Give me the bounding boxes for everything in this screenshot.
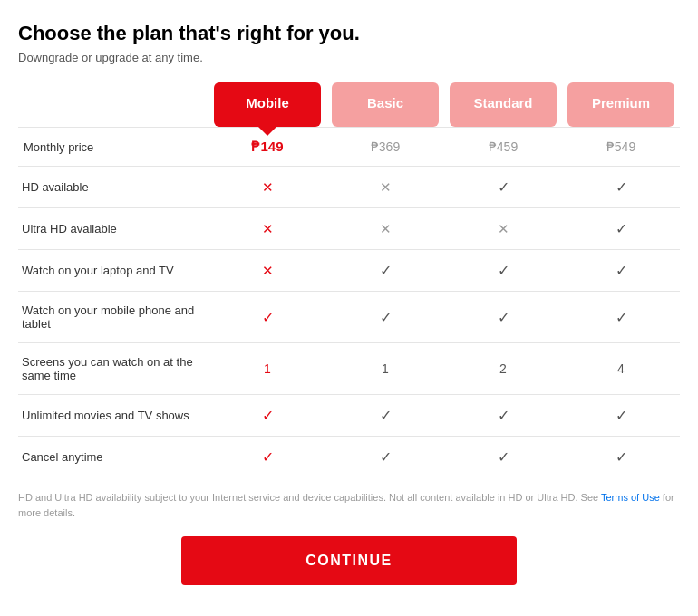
terms-of-use-link[interactable]: Terms of Use (601, 492, 660, 503)
row-1-col-2: ✓ (444, 167, 562, 208)
row-label-5: Screens you can watch on at the same tim… (18, 343, 208, 395)
plan-header-standard[interactable]: Standard (444, 82, 562, 128)
row-3-col-2: ✓ (444, 250, 562, 292)
row-3-col-1: ✓ (326, 250, 444, 292)
row-5-col-2: 2 (444, 343, 562, 395)
row-1-col-1: ✕ (326, 167, 444, 208)
row-0-col-3: ₱549 (562, 128, 680, 167)
row-label-7: Cancel anytime (18, 437, 208, 478)
plan-card-mobile[interactable]: Mobile (214, 82, 321, 127)
row-label-6: Unlimited movies and TV shows (18, 395, 208, 437)
continue-button[interactable]: CONTINUE (181, 536, 517, 585)
footnote: HD and Ultra HD availability subject to … (18, 490, 680, 520)
row-2-col-2: ✕ (444, 208, 562, 250)
row-2-col-3: ✓ (562, 208, 680, 250)
row-7-col-1: ✓ (326, 437, 444, 478)
row-0-col-2: ₱459 (444, 128, 562, 167)
row-7-col-0: ✓ (208, 437, 326, 478)
plan-card-premium[interactable]: Premium (567, 82, 674, 127)
row-2-col-0: ✕ (208, 208, 326, 250)
plan-header-premium[interactable]: Premium (562, 82, 680, 128)
row-6-col-1: ✓ (326, 395, 444, 437)
row-6-col-3: ✓ (562, 395, 680, 437)
row-label-4: Watch on your mobile phone and tablet (18, 292, 208, 343)
row-3-col-0: ✕ (208, 250, 326, 292)
page-subtitle: Downgrade or upgrade at any time. (18, 51, 680, 64)
row-label-3: Watch on your laptop and TV (18, 250, 208, 292)
row-4-col-3: ✓ (562, 292, 680, 343)
row-1-col-3: ✓ (562, 167, 680, 208)
row-5-col-0: 1 (208, 343, 326, 395)
page-title: Choose the plan that's right for you. (18, 22, 680, 45)
row-label-1: HD available (18, 167, 208, 208)
row-6-col-0: ✓ (208, 395, 326, 437)
plan-card-standard[interactable]: Standard (450, 82, 557, 127)
row-4-col-2: ✓ (444, 292, 562, 343)
row-7-col-3: ✓ (562, 437, 680, 478)
row-5-col-1: 1 (326, 343, 444, 395)
row-label-2: Ultra HD available (18, 208, 208, 250)
row-6-col-2: ✓ (444, 395, 562, 437)
row-5-col-3: 4 (562, 343, 680, 395)
row-label-0: Monthly price (18, 128, 208, 167)
row-1-col-0: ✕ (208, 167, 326, 208)
row-3-col-3: ✓ (562, 250, 680, 292)
plan-header-basic[interactable]: Basic (326, 82, 444, 128)
plan-comparison-table: Mobile Basic Standard Premium Monthly pr… (18, 82, 680, 477)
row-7-col-2: ✓ (444, 437, 562, 478)
row-0-col-1: ₱369 (326, 128, 444, 167)
row-4-col-0: ✓ (208, 292, 326, 343)
row-2-col-1: ✕ (326, 208, 444, 250)
plan-card-basic[interactable]: Basic (332, 82, 439, 127)
row-4-col-1: ✓ (326, 292, 444, 343)
plan-header-mobile[interactable]: Mobile (208, 82, 326, 128)
